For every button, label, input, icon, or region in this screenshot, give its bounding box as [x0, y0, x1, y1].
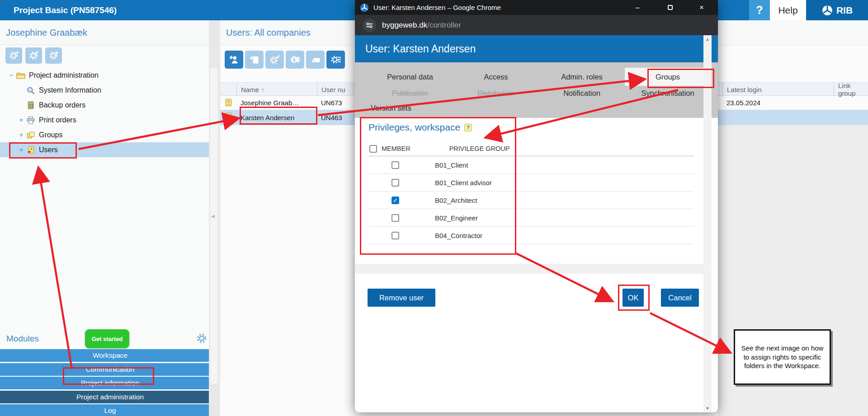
module-item-communication[interactable]: Communication — [0, 363, 220, 376]
collapse-expander-icon[interactable]: − — [6, 71, 16, 79]
module-item-workspace[interactable]: Workspace — [0, 349, 220, 362]
privilege-group-column-header: PRIVILEGE GROUP — [449, 145, 510, 152]
tree-item-print-orders[interactable]: + Print orders — [0, 112, 209, 127]
settings-sync-icon — [330, 54, 341, 65]
add-user-button[interactable] — [225, 51, 243, 69]
member-checkbox[interactable] — [392, 179, 399, 187]
close-button[interactable]: × — [691, 0, 712, 15]
minimize-button[interactable]: – — [627, 0, 648, 15]
tree-item-users[interactable]: + Users — [0, 142, 209, 157]
expand-icon[interactable]: + — [16, 146, 26, 154]
splitter-bar[interactable] — [210, 68, 218, 384]
tree-item-label: System Information — [39, 86, 101, 94]
latest-login: 23.05.2024 — [726, 96, 760, 110]
admin-tree-panel: Josephine Graabæk — [0, 20, 209, 416]
remove-user-button[interactable]: Remove user — [368, 289, 435, 307]
user-name: Karsten Andersen — [241, 110, 294, 125]
modules-gear-icon[interactable] — [196, 333, 207, 344]
tab-groups[interactable]: Groups — [625, 68, 711, 86]
tab-access[interactable]: Access — [453, 68, 539, 86]
tree-item-label: Project administration — [29, 71, 99, 79]
modules-list: Workspace Communication Project informat… — [0, 349, 220, 416]
tab-publication[interactable]: Publication — [367, 86, 453, 101]
settings-delete-button[interactable] — [45, 47, 62, 64]
page-title: Project Basic (PN587546) — [14, 0, 117, 20]
user-card-icon — [224, 112, 233, 121]
tab-notification[interactable]: Notification — [539, 86, 625, 101]
column-header-name[interactable]: Name ↑ — [236, 83, 317, 96]
module-item-log[interactable]: Log — [0, 404, 220, 416]
settings-check-icon — [269, 54, 280, 65]
privilege-row-b04-contractor: B04_Contractor — [368, 227, 694, 244]
member-checkbox-checked[interactable]: ✓ — [392, 196, 399, 204]
settings-create-icon — [9, 51, 19, 61]
privilege-row-b01-client: B01_Client — [368, 156, 694, 174]
add-document-button[interactable] — [245, 51, 264, 69]
tab-version-sets[interactable]: Version sets — [367, 101, 453, 116]
member-checkbox[interactable] — [392, 214, 399, 222]
ok-button[interactable]: OK — [623, 289, 644, 307]
settings-check-button[interactable] — [265, 51, 284, 69]
tree-item-project-administration[interactable]: − Project administration — [0, 68, 209, 83]
tree-item-groups[interactable]: + Groups — [0, 127, 209, 142]
site-settings-icon[interactable] — [363, 19, 376, 32]
left-panel-title: Josephine Graabæk — [0, 20, 209, 45]
help-icon[interactable]: ? — [749, 0, 770, 20]
maximize-icon — [668, 5, 673, 10]
expand-icon[interactable]: + — [16, 116, 26, 124]
tree-item-system-information[interactable]: System Information — [0, 83, 209, 98]
annotation-note: See the next image on how to assign righ… — [734, 329, 831, 385]
user-card-icon — [224, 98, 233, 107]
tab-personal-data[interactable]: Personal data — [367, 68, 453, 86]
privilege-group-name: B02_Architect — [435, 196, 477, 204]
brand-label: RIB — [836, 5, 853, 16]
groups-icon — [26, 131, 35, 139]
settings-edit-button[interactable] — [25, 47, 42, 64]
help-button[interactable]: Help — [770, 0, 806, 20]
privilege-group-name: B01_Client — [435, 161, 468, 169]
address-bar[interactable]: byggeweb.dk/controller — [355, 15, 718, 35]
maximize-button[interactable] — [660, 0, 680, 15]
scroll-down-icon[interactable]: ▼ — [706, 406, 710, 411]
billing-button[interactable]: $ — [286, 51, 304, 69]
module-item-project-administration[interactable]: Project administration — [0, 391, 220, 403]
panel-splitter[interactable]: ◀ — [209, 20, 220, 416]
member-checkbox[interactable] — [392, 232, 399, 239]
tree-item-label: Print orders — [39, 116, 76, 124]
expand-icon[interactable]: + — [16, 131, 26, 139]
user-number: UN673 — [321, 96, 342, 110]
column-header-latest-login[interactable]: Latest login — [722, 83, 834, 96]
svg-text:$: $ — [292, 57, 295, 62]
printer-icon — [26, 116, 35, 124]
tab-admin-roles[interactable]: Admin. roles — [539, 68, 625, 86]
user-detail-window: User: Karsten Andersen – Google Chrome –… — [355, 0, 718, 412]
scroll-up-icon[interactable]: ▲ — [706, 37, 710, 42]
folder-icon — [16, 71, 25, 79]
url-host: byggeweb.dk — [382, 21, 427, 30]
select-all-checkbox[interactable] — [369, 145, 377, 153]
privileges-table: MEMBER PRIVILEGE GROUP B01_Client B01_Cl… — [368, 141, 694, 244]
collapse-panel-icon[interactable]: ◀ — [211, 214, 215, 219]
tab-synchronisation[interactable]: Synchronisation — [625, 86, 711, 101]
section-title: Privileges, workspace — [368, 122, 460, 133]
tree-item-backup-orders[interactable]: Backup orders — [0, 98, 209, 112]
privilege-group-name: B04_Contractor — [435, 232, 482, 239]
module-item-project-information[interactable]: Project information — [0, 377, 220, 389]
get-started-button[interactable]: Get started — [85, 329, 129, 348]
privilege-group-name: B02_Engineer — [435, 214, 478, 222]
tab-distribution[interactable]: Distribution — [453, 86, 539, 101]
url-path: /controller — [427, 21, 461, 30]
privilege-group-name: B01_Client advisor — [435, 179, 492, 187]
column-header-link-group[interactable]: Link group — [834, 83, 868, 96]
modules-title: Modules — [6, 334, 39, 344]
member-checkbox[interactable] — [392, 161, 399, 169]
settings-create-button[interactable] — [5, 47, 22, 64]
cancel-button[interactable]: Cancel — [661, 289, 699, 307]
privilege-row-b02-architect: ✓ B02_Architect — [368, 192, 694, 209]
help-bubble-icon[interactable]: ? — [464, 124, 472, 131]
edit-card-button[interactable] — [306, 51, 325, 69]
popup-scrollbar[interactable]: ▲ ▼ — [703, 35, 712, 412]
settings-sync-button[interactable] — [326, 51, 345, 69]
settings-edit-icon — [29, 51, 39, 61]
popup-heading: User: Karsten Andersen — [355, 35, 718, 62]
